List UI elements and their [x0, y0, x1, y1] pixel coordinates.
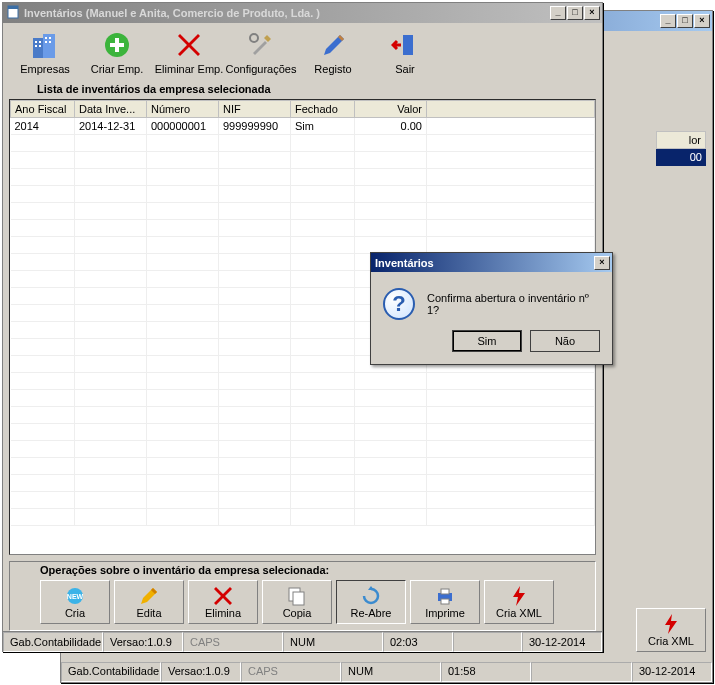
op-label: Copia [283, 607, 312, 619]
status-versao: Versao:1.0.9 [103, 632, 183, 652]
table-row-empty [11, 390, 595, 407]
bg-status-num: NUM [341, 662, 441, 682]
bg-status-caps: CAPS [241, 662, 341, 682]
toolbar-config[interactable]: Configurações [225, 27, 297, 77]
toolbar-eliminar-label: Eliminar Emp. [155, 63, 223, 75]
buildings-icon [29, 29, 61, 61]
table-header-row: Ano Fiscal Data Inve... Número NIF Fecha… [11, 101, 595, 118]
table-row-empty [11, 458, 595, 475]
new-star-icon: NEW [64, 585, 86, 607]
dialog-close-button[interactable]: × [594, 256, 610, 270]
plus-circle-icon [101, 29, 133, 61]
bg-col-header[interactable]: lor [656, 131, 706, 149]
table-row-empty [11, 373, 595, 390]
toolbar-eliminar-emp[interactable]: Eliminar Emp. [153, 27, 225, 77]
op-label: Imprime [425, 607, 465, 619]
col-nif[interactable]: NIF [219, 101, 291, 118]
tools-icon [245, 29, 277, 61]
op-re-abre-button[interactable]: Re-Abre [336, 580, 406, 624]
x-red-icon [173, 29, 205, 61]
col-valor[interactable]: Valor [355, 101, 427, 118]
toolbar-sair[interactable]: Sair [369, 27, 441, 77]
dialog-message: Confirma abertura o inventário nº 1? [427, 292, 600, 316]
confirm-dialog: Inventários × ? Confirma abertura o inve… [370, 252, 613, 365]
table-row-empty [11, 441, 595, 458]
x-red-icon [213, 585, 233, 607]
table-row-empty [11, 509, 595, 526]
toolbar-criar-label: Criar Emp. [91, 63, 144, 75]
status-time: 02:03 [383, 632, 453, 652]
status-date: 30-12-2014 [522, 632, 602, 652]
svg-rect-22 [441, 589, 449, 594]
table-row-empty [11, 407, 595, 424]
dialog-no-button[interactable]: Não [530, 330, 600, 352]
main-toolbar: Empresas Criar Emp. Eliminar Emp. Config… [3, 23, 602, 81]
op-elimina-button[interactable]: Elimina [188, 580, 258, 624]
operations-panel: Operações sobre o inventário da empresa … [9, 561, 596, 631]
refresh-icon [361, 585, 381, 607]
svg-rect-23 [441, 599, 449, 604]
exit-door-icon [389, 29, 421, 61]
col-data[interactable]: Data Inve... [75, 101, 147, 118]
bg-maximize-button[interactable]: □ [677, 14, 693, 28]
dialog-titlebar[interactable]: Inventários × [371, 253, 612, 272]
list-section-label: Lista de inventários da empresa selecion… [3, 81, 602, 99]
bg-close-button[interactable]: × [694, 14, 710, 28]
bolt-icon [662, 613, 680, 635]
toolbar-criar-emp[interactable]: Criar Emp. [81, 27, 153, 77]
bg-criaxml-button[interactable]: Cria XML [636, 608, 706, 652]
bg-statusbar: Gab.Contabilidade Versao:1.0.9 CAPS NUM … [61, 662, 712, 682]
svg-rect-10 [45, 41, 47, 43]
col-fechado[interactable]: Fechado [291, 101, 355, 118]
toolbar-registo[interactable]: Registo [297, 27, 369, 77]
toolbar-config-label: Configurações [226, 63, 297, 75]
bg-status-date: 30-12-2014 [632, 662, 712, 682]
window-title: Inventários (Manuel e Anita, Comercio de… [24, 7, 550, 19]
col-ano[interactable]: Ano Fiscal [11, 101, 75, 118]
toolbar-empresas[interactable]: Empresas [9, 27, 81, 77]
table-row-empty [11, 237, 595, 254]
table-row-empty [11, 475, 595, 492]
pencil-icon [317, 29, 349, 61]
table-row-empty [11, 424, 595, 441]
svg-rect-5 [39, 41, 41, 43]
table-row-empty [11, 169, 595, 186]
bg-minimize-button[interactable]: _ [660, 14, 676, 28]
col-numero[interactable]: Número [147, 101, 219, 118]
toolbar-sair-label: Sair [395, 63, 415, 75]
op-label: Cria [65, 607, 85, 619]
printer-icon [435, 585, 455, 607]
svg-rect-6 [35, 45, 37, 47]
op-edita-button[interactable]: Edita [114, 580, 184, 624]
close-button[interactable]: × [584, 6, 600, 20]
minimize-button[interactable]: _ [550, 6, 566, 20]
dialog-yes-button[interactable]: Sim [452, 330, 522, 352]
table-row-empty [11, 135, 595, 152]
titlebar[interactable]: Inventários (Manuel e Anita, Comercio de… [3, 3, 602, 23]
toolbar-empresas-label: Empresas [20, 63, 70, 75]
table-row-empty [11, 152, 595, 169]
op-imprime-button[interactable]: Imprime [410, 580, 480, 624]
bg-status-versao: Versao:1.0.9 [161, 662, 241, 682]
bg-cell-value[interactable]: 00 [656, 149, 706, 166]
op-label: Elimina [205, 607, 241, 619]
bg-status-time: 01:58 [441, 662, 531, 682]
status-num: NUM [283, 632, 383, 652]
op-label: Edita [136, 607, 161, 619]
bolt-icon [511, 585, 527, 607]
table-row-empty [11, 492, 595, 509]
ops-label: Operações sobre o inventário da empresa … [10, 562, 595, 580]
pencil-yellow-icon [139, 585, 159, 607]
maximize-button[interactable]: □ [567, 6, 583, 20]
op-cria-xml-button[interactable]: Cria XML [484, 580, 554, 624]
status-gab: Gab.Contabilidade [3, 632, 103, 652]
op-copia-button[interactable]: Copia [262, 580, 332, 624]
op-cria-button[interactable]: NEWCria [40, 580, 110, 624]
svg-text:NEW: NEW [67, 593, 84, 600]
table-row-empty [11, 220, 595, 237]
svg-rect-11 [49, 41, 51, 43]
copy-icon [287, 585, 307, 607]
dialog-title: Inventários [375, 257, 594, 269]
table-row[interactable]: 20142014-12-31000000001999999990Sim0.00 [11, 118, 595, 135]
op-label: Cria XML [496, 607, 542, 619]
